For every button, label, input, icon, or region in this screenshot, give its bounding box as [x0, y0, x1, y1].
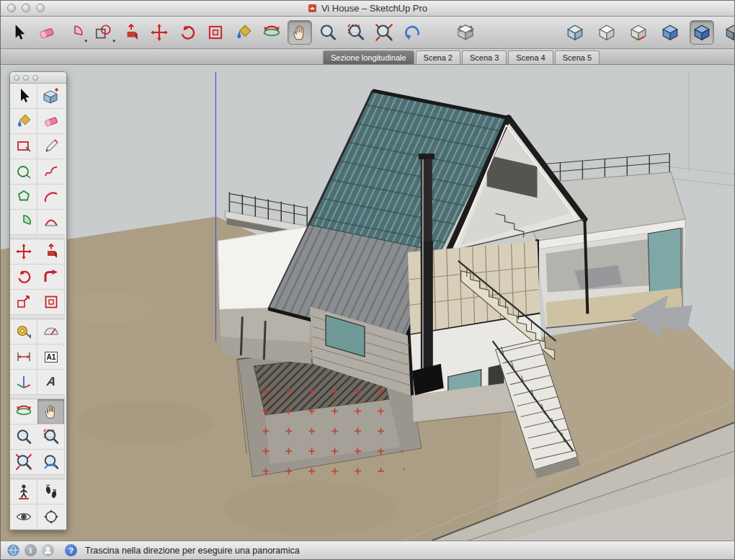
tab-label: Scena 3 — [470, 53, 499, 62]
3d-text-tool-glyph: A — [45, 375, 56, 389]
palette-tool-orbit[interactable] — [10, 399, 37, 425]
palette-tool-pie[interactable] — [10, 210, 37, 235]
camera-view-button[interactable] — [690, 20, 714, 45]
palette-tool-text[interactable]: A1 — [37, 345, 65, 370]
geolocation-icon[interactable] — [7, 544, 19, 556]
shapes-tool-button[interactable]: ▾ — [91, 20, 115, 45]
palette-tool-3d-text[interactable]: A — [37, 370, 65, 395]
palette-tool-tape-measure[interactable] — [10, 319, 37, 345]
iso-view-button[interactable] — [658, 20, 682, 45]
zoom-window-button[interactable] — [36, 4, 45, 12]
push-pull-tool-button[interactable] — [119, 20, 143, 45]
text-tool-glyph: A1 — [45, 352, 58, 363]
window-controls — [7, 4, 45, 12]
palette-tool-protractor[interactable] — [37, 319, 65, 345]
previous-view-button[interactable] — [400, 20, 424, 45]
orbit-tool-button[interactable] — [259, 20, 284, 45]
tab-label: Sezione longitudinale — [331, 53, 406, 62]
palette-tool-look-around[interactable] — [10, 505, 37, 530]
standard-views-button[interactable] — [626, 20, 651, 45]
info-glyph: i — [30, 546, 32, 555]
tab-label: Scena 2 — [424, 53, 453, 62]
select-tool-button[interactable] — [6, 20, 31, 45]
palette-tool-line[interactable] — [37, 134, 65, 159]
palette-tool-circle[interactable] — [10, 159, 37, 185]
3d-model-scene[interactable] — [1, 65, 734, 541]
paint-bucket-tool-button[interactable] — [231, 20, 256, 45]
model-viewport[interactable]: A1 A — [1, 65, 734, 541]
main-toolbar: ▾ ▾ — [1, 17, 734, 49]
palette-tool-make-component[interactable] — [37, 84, 65, 109]
app-window: Vi House – SketchUp Pro ▾ ▾ Sezione — [0, 0, 735, 560]
status-hint-text: Trascina nella direzione per eseguire un… — [85, 546, 300, 556]
palette-tool-zoom[interactable] — [10, 425, 37, 450]
palette-zoom-button[interactable] — [32, 75, 38, 81]
window-title: Vi House – SketchUp Pro — [321, 3, 427, 14]
palette-tool-rectangle[interactable] — [10, 134, 37, 159]
tab-label: Scena 5 — [563, 53, 592, 62]
status-bar: i ? Trascina nella direzione per eseguir… — [1, 541, 734, 559]
more-tools-button[interactable] — [721, 20, 735, 45]
tab-scena-5[interactable]: Scena 5 — [555, 50, 600, 64]
palette-tool-eraser[interactable] — [37, 109, 65, 134]
palette-tool-offset[interactable] — [37, 290, 65, 315]
palette-close-button[interactable] — [14, 75, 19, 81]
palette-tool-follow-me[interactable] — [37, 265, 65, 290]
palette-tool-dimension[interactable] — [10, 345, 37, 370]
tab-scena-4[interactable]: Scena 4 — [508, 50, 553, 64]
palette-tool-2-point-arc[interactable] — [37, 210, 65, 235]
dropdown-caret-icon: ▾ — [84, 38, 87, 43]
palette-grid: A1 A — [10, 84, 66, 530]
close-window-button[interactable] — [7, 4, 16, 12]
palette-tool-polygon[interactable] — [10, 185, 37, 210]
palette-tool-move[interactable] — [10, 239, 37, 265]
palette-tool-scale[interactable] — [10, 290, 37, 315]
document-icon — [308, 4, 317, 13]
palette-tool-turn-around[interactable] — [37, 505, 65, 530]
tab-scena-2[interactable]: Scena 2 — [416, 50, 460, 64]
zoom-window-tool-button[interactable] — [344, 20, 368, 45]
move-tool-button[interactable] — [147, 20, 172, 45]
window-title-wrap: Vi House – SketchUp Pro — [308, 3, 427, 14]
palette-tool-freehand[interactable] — [37, 159, 65, 185]
palette-tool-arc[interactable] — [37, 185, 65, 210]
palette-tool-previous-view[interactable] — [37, 450, 65, 475]
user-icon[interactable] — [42, 544, 54, 556]
palette-tool-axes[interactable] — [10, 370, 37, 395]
pan-tool-button[interactable] — [288, 20, 312, 45]
scene-tabs-bar: Sezione longitudinale Scena 2 Scena 3 Sc… — [1, 49, 734, 65]
arcs-tool-button[interactable]: ▾ — [63, 20, 87, 45]
palette-tool-zoom-window[interactable] — [37, 425, 65, 450]
palette-minimize-button[interactable] — [23, 75, 29, 81]
palette-tool-push-pull[interactable] — [37, 239, 65, 265]
zoom-tool-button[interactable] — [316, 20, 340, 45]
palette-tool-rotate[interactable] — [10, 265, 37, 290]
tab-scena-3[interactable]: Scena 3 — [462, 50, 507, 64]
section-plane-button[interactable] — [453, 20, 478, 45]
zoom-extents-tool-button[interactable] — [372, 20, 396, 45]
title-bar: Vi House – SketchUp Pro — [1, 1, 734, 17]
palette-tool-pan[interactable] — [37, 399, 65, 425]
help-icon[interactable]: ? — [65, 544, 77, 556]
offset-tool-button[interactable] — [203, 20, 228, 45]
shaded-view-button[interactable] — [563, 20, 587, 45]
tab-label: Scena 4 — [516, 53, 545, 62]
dropdown-caret-icon: ▾ — [112, 38, 115, 43]
palette-tool-walk[interactable] — [37, 479, 65, 505]
eraser-tool-button[interactable] — [35, 20, 59, 45]
tool-palette: A1 A — [9, 71, 67, 530]
help-glyph: ? — [68, 546, 74, 555]
minimize-window-button[interactable] — [22, 4, 30, 12]
rotate-tool-button[interactable] — [175, 20, 200, 45]
view-toolbar-group — [563, 20, 734, 45]
palette-tool-position-camera[interactable] — [10, 479, 37, 505]
palette-tool-zoom-extents[interactable] — [10, 450, 37, 475]
wireframe-view-button[interactable] — [594, 20, 619, 45]
palette-titlebar[interactable] — [10, 72, 66, 84]
info-icon[interactable]: i — [24, 544, 37, 556]
palette-tool-paint-bucket[interactable] — [10, 109, 37, 134]
palette-tool-select[interactable] — [10, 84, 37, 109]
tab-sezione-longitudinale[interactable]: Sezione longitudinale — [323, 50, 414, 64]
